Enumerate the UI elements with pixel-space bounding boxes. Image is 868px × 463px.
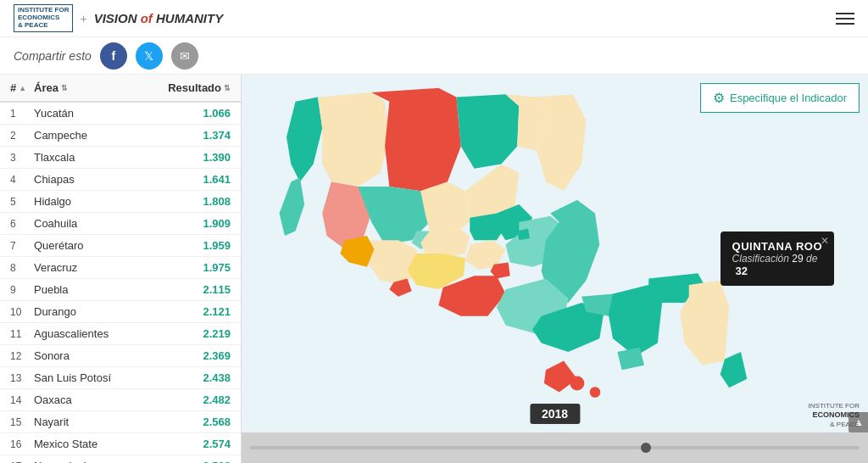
row-num: 11	[10, 328, 34, 340]
header: INSTITUTE FORECONOMICS& PEACE + VISION o…	[0, 0, 868, 37]
row-area: Campeche	[34, 129, 163, 142]
col-num-header[interactable]: # ▲	[10, 81, 34, 94]
row-result: 1.959	[163, 239, 231, 252]
table-row[interactable]: 1 Yucatán 1.066	[0, 103, 241, 125]
row-area: Aguascalientes	[34, 327, 163, 340]
row-result: 2.219	[163, 327, 231, 340]
table-row[interactable]: 15 Nayarit 2.568	[0, 411, 241, 433]
row-num: 16	[10, 438, 34, 450]
row-num: 10	[10, 306, 34, 318]
row-area: Puebla	[34, 283, 163, 296]
table-row[interactable]: 10 Durango 2.121	[0, 301, 241, 323]
row-area: San Luis Potosí	[34, 371, 163, 384]
voh-logo: VISION of HUMANITY	[94, 11, 224, 25]
bottom-right-logo: INSTITUTE FOR ECONOMICS & PEACE	[809, 402, 860, 429]
table-row[interactable]: 5 Hidalgo 1.808	[0, 191, 241, 213]
sort-result-icon: ⇅	[224, 84, 231, 92]
bottom-logo-line1: INSTITUTE FOR	[809, 402, 860, 410]
row-num: 1	[10, 108, 34, 120]
table-row[interactable]: 14 Oaxaca 2.482	[0, 389, 241, 411]
col-area-header[interactable]: Área ⇅	[34, 81, 163, 94]
row-result: 1.390	[163, 151, 231, 164]
row-num: 13	[10, 372, 34, 384]
facebook-share-button[interactable]: f	[100, 42, 127, 70]
row-num: 9	[10, 284, 34, 296]
hamburger-line	[836, 23, 854, 25]
year-badge: 2018	[530, 404, 580, 424]
row-area: Querétaro	[34, 239, 163, 252]
table-body: 1 Yucatán 1.066 2 Campeche 1.374 3 Tlaxc…	[0, 103, 241, 463]
tooltip-of-label: de	[806, 253, 817, 265]
row-result: 2.121	[163, 305, 231, 318]
row-result: 2.369	[163, 349, 231, 362]
row-area: Nuevo León	[34, 460, 163, 463]
table-row[interactable]: 4 Chiapas 1.641	[0, 169, 241, 191]
tooltip-classification-label: Clasificación	[732, 253, 789, 265]
tooltip-total: 32	[736, 265, 822, 277]
row-area: Mexico State	[34, 438, 163, 450]
table-row[interactable]: 3 Tlaxcala 1.390	[0, 147, 241, 169]
hamburger-menu[interactable]	[836, 13, 854, 25]
state-baja-california[interactable]	[287, 97, 322, 181]
table-row[interactable]: 9 Puebla 2.115	[0, 279, 241, 301]
row-num: 4	[10, 174, 34, 186]
col-num-label: #	[10, 81, 16, 94]
bottom-logo-line2: ECONOMICS	[812, 410, 860, 419]
table-row[interactable]: 12 Sonora 2.369	[0, 345, 241, 367]
timeline-bar[interactable]	[242, 432, 868, 463]
row-area: Yucatán	[34, 107, 163, 120]
indicator-label: Especifique el Indicador	[730, 92, 847, 104]
row-num: 14	[10, 394, 34, 406]
tooltip-close-button[interactable]: ✕	[821, 235, 829, 247]
table-row[interactable]: 17 Nuevo León 2.592	[0, 455, 241, 463]
slider-thumb[interactable]	[641, 443, 651, 453]
col-result-header[interactable]: Resultado ⇅	[163, 81, 231, 94]
tooltip-classification: Clasificación 29 de	[732, 253, 822, 265]
logo-area: INSTITUTE FORECONOMICS& PEACE + VISION o…	[14, 4, 223, 31]
state-sonora[interactable]	[318, 92, 389, 187]
indicator-icon: ⚙	[713, 90, 725, 106]
col-result-label: Resultado	[168, 81, 221, 94]
state-small-2	[570, 377, 584, 391]
table-row[interactable]: 8 Veracruz 1.975	[0, 257, 241, 279]
row-area: Oaxaca	[34, 393, 163, 406]
iep-logo: INSTITUTE FORECONOMICS& PEACE	[14, 4, 73, 31]
state-tamaulipas[interactable]	[537, 94, 586, 191]
state-coahuila[interactable]	[456, 94, 519, 169]
slider-track[interactable]	[250, 446, 860, 449]
state-baja-california-sur[interactable]	[280, 177, 305, 236]
row-num: 12	[10, 350, 34, 362]
row-area: Nayarit	[34, 416, 163, 428]
table-row[interactable]: 16 Mexico State 2.574	[0, 433, 241, 455]
row-result: 2.574	[163, 438, 231, 450]
row-num: 17	[10, 460, 34, 464]
row-result: 1.975	[163, 261, 231, 274]
row-area: Veracruz	[34, 261, 163, 274]
twitter-share-button[interactable]: 𝕏	[136, 42, 163, 70]
row-result: 2.568	[163, 416, 231, 428]
share-label: Compartir esto	[14, 49, 92, 63]
sort-area-icon: ⇅	[61, 84, 68, 92]
table-row[interactable]: 2 Campeche 1.374	[0, 125, 241, 147]
table-row[interactable]: 11 Aguascalientes 2.219	[0, 323, 241, 345]
row-result: 1.808	[163, 195, 231, 208]
hamburger-line	[836, 13, 854, 14]
row-result: 1.374	[163, 129, 231, 142]
row-result: 1.641	[163, 173, 231, 186]
indicator-button[interactable]: ⚙ Especifique el Indicador	[700, 83, 860, 113]
table-row[interactable]: 7 Querétaro 1.959	[0, 235, 241, 257]
row-area: Tlaxcala	[34, 151, 163, 164]
table-row[interactable]: 13 San Luis Potosí 2.438	[0, 367, 241, 389]
row-area: Chiapas	[34, 173, 163, 186]
state-gulf-area	[617, 348, 644, 370]
state-zacatecas[interactable]	[420, 182, 470, 236]
row-result: 1.066	[163, 107, 231, 120]
email-share-button[interactable]: ✉	[171, 42, 198, 70]
logo-separator: +	[80, 12, 86, 25]
row-result: 2.592	[163, 460, 231, 463]
row-result: 2.115	[163, 283, 231, 296]
row-area: Durango	[34, 305, 163, 318]
state-tooltip: ✕ QUINTANA ROO Clasificación 29 de 32	[721, 232, 834, 286]
table-row[interactable]: 6 Coahuila 1.909	[0, 213, 241, 235]
ranking-table-panel: # ▲ Área ⇅ Resultado ⇅ 1 Yucatán 1.066 2…	[0, 75, 242, 463]
